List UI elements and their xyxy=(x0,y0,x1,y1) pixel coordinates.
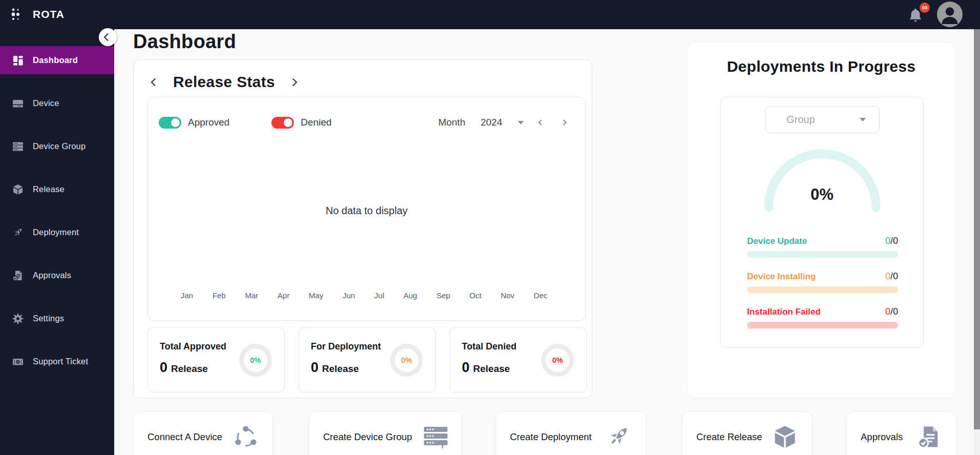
toggle-knob xyxy=(171,118,180,127)
user-avatar[interactable] xyxy=(937,2,963,29)
notification-badge: 03 xyxy=(920,3,930,13)
summary-unit: Release xyxy=(473,363,510,375)
sidebar-item-device-group[interactable]: Device Group xyxy=(0,132,114,160)
month-tick: Nov xyxy=(501,291,515,300)
sidebar-item-deployment[interactable]: Deployment xyxy=(0,218,114,246)
server-stack-icon xyxy=(423,425,448,449)
sidebar-item-label: Approvals xyxy=(33,271,71,280)
sidebar-item-settings[interactable]: Settings xyxy=(0,304,114,333)
month-tick: Jan xyxy=(181,291,193,300)
sidebar-collapse-button[interactable] xyxy=(99,28,117,46)
row-value: 0 xyxy=(885,236,890,246)
sidebar-item-label: Release xyxy=(33,184,65,194)
sidebar-item-label: Device xyxy=(33,98,59,108)
sidebar-item-support-ticket[interactable]: Support Ticket xyxy=(0,347,114,376)
device-update-row: Device Update 0 /0 xyxy=(747,236,898,258)
create-release-action-card[interactable]: Create Release xyxy=(682,411,812,455)
chevron-down-icon xyxy=(860,118,866,121)
progress-bar xyxy=(747,251,898,258)
summary-percent: 0% xyxy=(250,356,261,364)
summary-unit: Release xyxy=(171,363,208,375)
for-deployment-card: For Deployment 0 Release 0% xyxy=(299,327,436,392)
server-stack-icon xyxy=(12,140,24,153)
period-next-button[interactable] xyxy=(561,119,566,125)
summary-count: 0 xyxy=(462,360,470,376)
gear-icon xyxy=(12,313,24,325)
brand: ROTA xyxy=(9,6,65,23)
device-installing-row: Device Installing 0 /0 xyxy=(747,271,898,293)
release-stats-title: Release Stats xyxy=(173,73,275,91)
connect-device-action-card[interactable]: Connect A Device xyxy=(133,411,273,455)
release-stats-next-button[interactable] xyxy=(289,78,297,86)
page-title: Dashboard xyxy=(133,31,236,53)
document-check-icon xyxy=(916,424,943,450)
sidebar-item-label: Settings xyxy=(33,314,64,323)
create-device-group-action-card[interactable]: Create Device Group xyxy=(309,411,462,455)
chevron-down-icon[interactable] xyxy=(518,121,524,125)
gauge-percent: 0% xyxy=(721,185,923,204)
create-deployment-action-card[interactable]: Create Deployment xyxy=(496,411,646,455)
month-tick: Feb xyxy=(212,291,226,300)
installation-failed-row: Installation Failed 0 /0 xyxy=(747,306,898,328)
month-tick: Aug xyxy=(403,291,417,300)
sidebar-item-release[interactable]: Release xyxy=(0,175,114,203)
total-approved-card: Total Approved 0 Release 0% xyxy=(147,327,285,392)
denied-toggle-label: Denied xyxy=(301,117,331,128)
summary-title: For Deployment xyxy=(311,341,381,352)
sidebar-item-approvals[interactable]: Approvals xyxy=(0,261,114,289)
row-label: Device Installing xyxy=(747,272,816,282)
month-tick: May xyxy=(309,291,323,300)
action-label: Connect A Device xyxy=(147,431,222,443)
period-prev-button[interactable] xyxy=(538,119,544,125)
row-total: /0 xyxy=(890,271,898,282)
sidebar-item-label: Dashboard xyxy=(33,55,78,65)
approved-toggle[interactable] xyxy=(159,117,181,129)
summary-percent: 0% xyxy=(552,356,563,364)
approvals-action-card[interactable]: Approvals xyxy=(846,411,956,455)
rocket-icon xyxy=(604,423,632,451)
period-year-value[interactable]: 2024 xyxy=(481,117,502,128)
month-axis: Jan Feb Mar Apr May Jun Jul Aug Sep Oct … xyxy=(181,291,547,300)
row-value: 0 xyxy=(885,306,890,317)
rocket-icon xyxy=(12,226,24,239)
rota-logo-icon xyxy=(9,6,26,23)
summary-unit: Release xyxy=(322,363,359,375)
summary-percent: 0% xyxy=(401,356,412,364)
page-scrollbar-thumb[interactable] xyxy=(974,29,980,429)
progress-ring: 0% xyxy=(239,344,272,377)
progress-bar xyxy=(747,322,898,328)
group-dropdown[interactable]: Group xyxy=(765,106,880,133)
approved-toggle-label: Approved xyxy=(188,117,229,128)
release-stats-prev-button[interactable] xyxy=(151,78,159,86)
month-tick: Jul xyxy=(374,291,384,300)
summary-title: Total Approved xyxy=(160,341,226,352)
month-tick: Sep xyxy=(436,291,450,300)
progress-ring: 0% xyxy=(390,344,423,377)
dashboard-grid-icon xyxy=(12,54,24,67)
sidebar-item-dashboard[interactable]: Dashboard xyxy=(0,46,114,74)
release-stats-card: Release Stats Approved Denied Month 2024… xyxy=(133,59,592,398)
sidebar-item-label: Device Group xyxy=(33,141,86,151)
period-mode-select[interactable]: Month xyxy=(438,117,465,128)
row-label: Device Update xyxy=(747,236,807,246)
month-tick: Dec xyxy=(534,291,547,300)
sidebar-nav: Dashboard Device Device Group xyxy=(0,29,114,455)
chevron-left-icon xyxy=(104,33,112,42)
progress-ring: 0% xyxy=(541,344,574,377)
top-bar: ROTA 03 xyxy=(0,0,980,29)
summary-title: Total Denied xyxy=(462,341,517,352)
notifications-button[interactable]: 03 xyxy=(905,4,928,27)
sidebar-item-device[interactable]: Device xyxy=(0,89,114,117)
ticket-icon xyxy=(12,356,24,368)
cube-icon xyxy=(12,183,24,196)
sidebar-item-label: Support Ticket xyxy=(33,357,88,366)
month-tick: Apr xyxy=(278,291,289,300)
sidebar-item-label: Deployment xyxy=(33,228,79,237)
page-scrollbar-track xyxy=(974,29,980,455)
deployments-title: Deployments In Progress xyxy=(688,58,955,75)
app-title: ROTA xyxy=(33,8,65,20)
progress-bar xyxy=(747,286,898,293)
action-label: Create Device Group xyxy=(323,431,412,443)
denied-toggle[interactable] xyxy=(271,117,294,129)
empty-chart-message: No data to display xyxy=(148,205,585,217)
